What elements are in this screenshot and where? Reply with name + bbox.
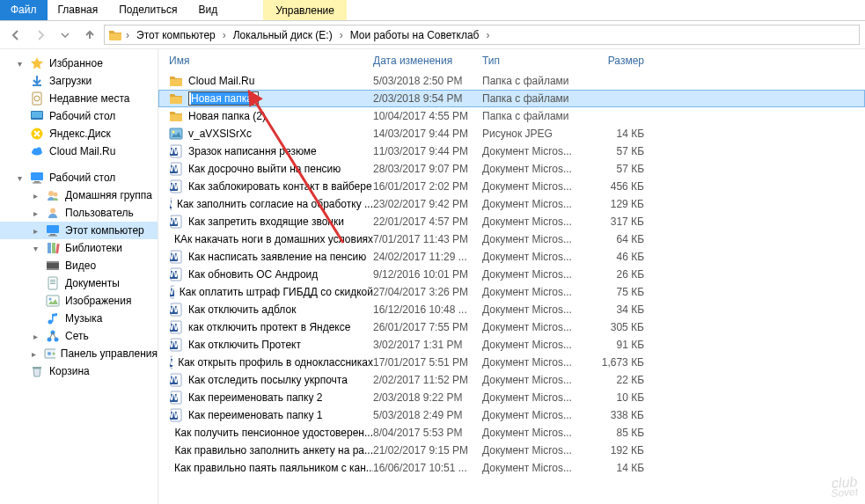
file-name-cell[interactable]: Как оплатить штраф ГИБДД со скидкой: [169, 285, 373, 299]
ribbon-tab-manage[interactable]: Управление: [268, 1, 341, 20]
file-size-cell: 85 КБ: [583, 427, 644, 439]
chevron-right-icon[interactable]: ▸: [30, 332, 40, 341]
tree-desktop[interactable]: ▾Рабочий стол: [0, 169, 158, 186]
file-name-cell[interactable]: Cloud Mail.Ru: [169, 74, 373, 88]
file-name-cell[interactable]: Как правильно паять паяльником с кан...: [169, 461, 373, 475]
breadcrumb-chevron-icon[interactable]: ›: [124, 29, 131, 41]
file-name-cell[interactable]: Как отключить Протект: [169, 338, 373, 352]
file-row[interactable]: Cloud Mail.Ru5/03/2018 2:50 PMПапка с фа…: [158, 72, 865, 90]
tree-lib-docs[interactable]: Документы: [0, 274, 158, 292]
breadcrumb-this-pc[interactable]: Этот компьютер: [133, 29, 219, 41]
chevron-right-icon[interactable]: ▸: [30, 226, 40, 236]
file-row[interactable]: Как получить пенсионное удостоверен...8/…: [158, 424, 865, 442]
file-name-cell[interactable]: Как переименовать папку 1: [169, 408, 373, 422]
breadcrumb-chevron-icon[interactable]: ›: [338, 29, 345, 41]
tree-this-pc[interactable]: ▸Этот компьютер: [0, 222, 158, 239]
tree-lib-video[interactable]: Видео: [0, 257, 158, 274]
file-type-cell: Документ Micros...: [482, 321, 583, 333]
tree-homegroup[interactable]: ▸Домашняя группа: [0, 186, 158, 204]
ribbon-tab-view[interactable]: Вид: [187, 0, 228, 20]
tree-yandex-disk[interactable]: Яндекс.Диск: [0, 125, 158, 142]
breadcrumb-drive[interactable]: Локальный диск (E:): [230, 29, 336, 41]
breadcrumb-folder[interactable]: Мои работы на Советклаб: [347, 29, 483, 41]
tree-lib-music[interactable]: Музыка: [0, 310, 158, 327]
column-type[interactable]: Тип: [482, 55, 583, 67]
file-row[interactable]: Как правильно заполнить анкету на ра...2…: [158, 442, 865, 459]
nav-recent-button[interactable]: [55, 25, 76, 46]
nav-back-button[interactable]: [5, 25, 26, 46]
file-name-cell[interactable]: Как досрочно выйти на пенсию: [169, 162, 373, 176]
file-name-cell[interactable]: Новая папка: [169, 91, 373, 106]
file-name-cell[interactable]: Как открыть профиль в одноклассниках: [169, 355, 373, 369]
file-row[interactable]: Как насписать заявление на пенсию24/02/2…: [158, 248, 865, 266]
tree-favorites[interactable]: ▾Избранное: [0, 55, 158, 72]
file-row[interactable]: Новая папка2/03/2018 9:54 PMПапка с файл…: [158, 90, 865, 107]
file-row[interactable]: Зразок написання резюме11/03/2017 9:44 P…: [158, 142, 865, 160]
tree-user[interactable]: ▸Пользователь: [0, 204, 158, 222]
chevron-right-icon[interactable]: ▸: [30, 191, 40, 201]
file-row[interactable]: Как отследить посылку укрпочта2/02/2017 …: [158, 371, 865, 389]
column-date[interactable]: Дата изменения: [373, 55, 482, 67]
chevron-down-icon[interactable]: ▾: [30, 244, 40, 253]
chevron-down-icon[interactable]: ▾: [14, 173, 25, 183]
breadcrumb-chevron-icon[interactable]: ›: [221, 29, 228, 41]
ribbon-tab-home[interactable]: Главная: [48, 0, 109, 20]
file-name-cell[interactable]: Как отключить адблок: [169, 303, 373, 317]
file-name-cell[interactable]: как отключить протект в Яндексе: [169, 320, 373, 334]
file-row[interactable]: КАк накачать ноги в домашних условиях7/0…: [158, 230, 865, 248]
file-name-cell[interactable]: Как насписать заявление на пенсию: [169, 250, 373, 264]
file-name-cell[interactable]: Новая папка (2): [169, 109, 373, 123]
file-row[interactable]: Как обновить ОС Андроид9/12/2016 10:01 P…: [158, 266, 865, 283]
file-name-cell[interactable]: Как правильно заполнить анкету на ра...: [169, 443, 373, 457]
file-date-cell: 2/03/2018 9:22 PM: [373, 391, 482, 404]
file-row[interactable]: Как отключить Протект3/02/2017 1:31 PMДо…: [158, 336, 865, 354]
tree-network[interactable]: ▸Сеть: [0, 327, 158, 345]
file-row[interactable]: как отключить протект в Яндексе26/01/201…: [158, 318, 865, 336]
file-row[interactable]: Как правильно паять паяльником с кан...1…: [158, 459, 865, 477]
tree-control-panel[interactable]: ▸Панель управления: [0, 345, 158, 362]
file-row[interactable]: Как досрочно выйти на пенсию28/03/2017 9…: [158, 160, 865, 178]
tree-recent[interactable]: Недавние места: [0, 90, 158, 107]
file-row[interactable]: Как отключить адблок16/12/2016 10:48 ...…: [158, 301, 865, 318]
file-name-cell[interactable]: Зразок написання резюме: [169, 144, 373, 158]
tree-recycle-bin[interactable]: Корзина: [0, 362, 158, 380]
file-type-cell: Документ Micros...: [482, 215, 583, 228]
file-row[interactable]: Как заблокировать контакт в вайбере16/01…: [158, 178, 865, 195]
column-size[interactable]: Размер: [583, 55, 644, 67]
file-name-cell[interactable]: Как обновить ОС Андроид: [169, 267, 373, 281]
file-name-cell[interactable]: Как заполнить согласие на обработку ...: [169, 197, 373, 211]
monitor-icon: [46, 223, 60, 237]
file-name-cell[interactable]: v_aVXSlSrXc: [169, 127, 373, 141]
file-row[interactable]: Как оплатить штраф ГИБДД со скидкой27/04…: [158, 283, 865, 301]
ribbon-tab-share[interactable]: Поделиться: [108, 0, 187, 20]
file-name-cell[interactable]: Как переименовать папку 2: [169, 391, 373, 405]
tree-label: Пользователь: [65, 207, 134, 219]
file-row[interactable]: Как переименовать папку 22/03/2018 9:22 …: [158, 389, 865, 406]
file-row[interactable]: Как запретить входящие звонки22/01/2017 …: [158, 213, 865, 230]
file-row[interactable]: Как открыть профиль в одноклассниках17/0…: [158, 354, 865, 371]
file-name-cell[interactable]: Как заблокировать контакт в вайбере: [169, 179, 373, 194]
tree-desktop-fav[interactable]: Рабочий стол: [0, 107, 158, 125]
chevron-right-icon[interactable]: ▸: [30, 208, 40, 218]
chevron-right-icon[interactable]: ▸: [30, 349, 39, 359]
breadcrumb-chevron-icon[interactable]: ›: [485, 29, 492, 41]
file-name-cell[interactable]: Как получить пенсионное удостоверен...: [169, 426, 373, 440]
rename-input[interactable]: Новая папка: [188, 91, 259, 106]
file-row[interactable]: Как заполнить согласие на обработку ...2…: [158, 195, 865, 213]
ribbon-tab-file[interactable]: Файл: [0, 0, 48, 20]
file-row[interactable]: v_aVXSlSrXc14/03/2017 9:44 PMРисунок JPE…: [158, 125, 865, 142]
tree-downloads[interactable]: Загрузки: [0, 72, 158, 90]
tree-lib-pictures[interactable]: Изображения: [0, 292, 158, 310]
column-name[interactable]: Имя: [169, 55, 373, 67]
chevron-down-icon[interactable]: ▾: [14, 59, 25, 69]
tree-cloud-mailru[interactable]: Cloud Mail.Ru: [0, 142, 158, 160]
file-row[interactable]: Новая папка (2)10/04/2017 4:55 PMПапка с…: [158, 107, 865, 125]
nav-forward-button[interactable]: [30, 25, 51, 46]
tree-libraries[interactable]: ▾Библиотеки: [0, 239, 158, 257]
file-row[interactable]: Как переименовать папку 15/03/2018 2:49 …: [158, 406, 865, 424]
nav-up-button[interactable]: [79, 25, 100, 46]
address-box[interactable]: › Этот компьютер › Локальный диск (E:) ›…: [104, 25, 860, 45]
file-name-cell[interactable]: Как отследить посылку укрпочта: [169, 373, 373, 387]
file-name-cell[interactable]: Как запретить входящие звонки: [169, 215, 373, 229]
file-name-cell[interactable]: КАк накачать ноги в домашних условиях: [169, 232, 373, 246]
